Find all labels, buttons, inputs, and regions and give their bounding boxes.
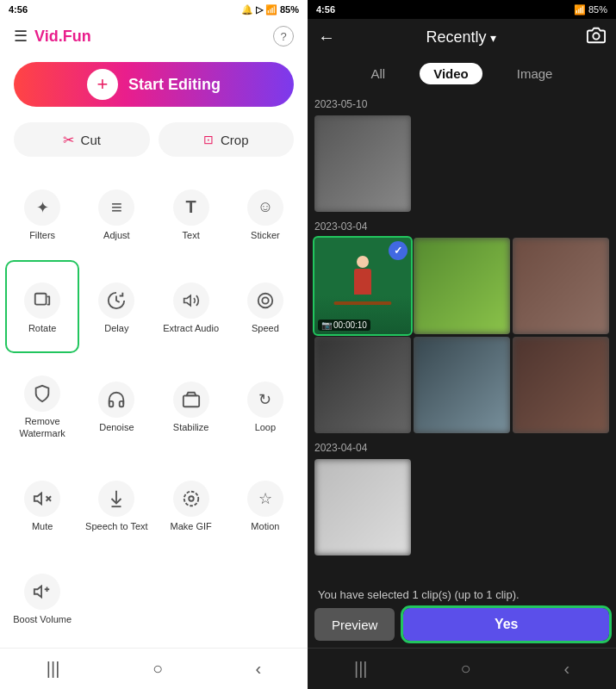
- filters-icon: ✦: [24, 189, 60, 226]
- yes-button[interactable]: Yes: [403, 608, 609, 641]
- app-logo: Vid.Fun: [34, 28, 91, 46]
- motion-icon: ☆: [247, 481, 283, 517]
- tools-grid: ✦ Filters ≡ Adjust T Text ☺ Sticker Rota…: [0, 164, 308, 648]
- stabilize-label: Stabilize: [173, 421, 209, 433]
- media-thumb-v8[interactable]: [314, 459, 411, 556]
- svg-marker-1: [184, 295, 190, 306]
- denoise-label: Denoise: [99, 421, 134, 433]
- speech-to-text-label: Speech to Text: [85, 520, 148, 532]
- media-row-1: [314, 115, 609, 212]
- left-nav-circle-icon[interactable]: ○: [152, 659, 163, 679]
- filter-tabs: All Video Image: [308, 56, 616, 91]
- tab-video[interactable]: Video: [420, 63, 482, 84]
- date-section-2023-03-04: 2023-03-04 ✓ 📷: [314, 220, 609, 433]
- left-time: 4:56: [9, 4, 28, 15]
- tab-image[interactable]: Image: [503, 63, 567, 84]
- right-nav-bar: ||| ○ ‹: [308, 648, 616, 689]
- text-tool[interactable]: T Text: [156, 169, 227, 258]
- video-cam-icon: 📷: [321, 320, 332, 330]
- left-nav-home-icon[interactable]: |||: [47, 659, 60, 679]
- delay-icon: [98, 282, 134, 319]
- loop-tool[interactable]: ↻ Loop: [230, 355, 301, 456]
- media-scroll: 2023-05-10 2023-03-04: [308, 91, 616, 581]
- extract-audio-tool[interactable]: Extract Audio: [156, 262, 227, 351]
- media-thumb-v5[interactable]: [314, 337, 411, 433]
- media-thumb-v7[interactable]: [513, 337, 609, 433]
- remove-watermark-label: Remove Watermark: [10, 415, 74, 440]
- start-editing-button[interactable]: + Start Editing: [14, 62, 294, 107]
- date-section-2023-04-04: 2023-04-04: [314, 442, 609, 556]
- media-thumb-v6[interactable]: [414, 337, 510, 433]
- svg-rect-0: [35, 294, 47, 305]
- sticker-label: Sticker: [251, 229, 280, 241]
- right-bottom: You have selected 1 clip(s) (up to 1 cli…: [308, 581, 616, 648]
- back-button[interactable]: ←: [318, 28, 335, 47]
- make-gif-tool[interactable]: Make GIF: [156, 460, 227, 549]
- left-status-icons: 🔔 ▷ 📶 85%: [241, 4, 299, 16]
- mute-tool[interactable]: Mute: [7, 460, 78, 549]
- left-nav-back-icon[interactable]: ‹: [256, 659, 262, 679]
- tab-all[interactable]: All: [358, 63, 400, 84]
- bottom-actions: Preview Yes: [314, 608, 609, 641]
- delay-tool[interactable]: Delay: [81, 262, 152, 351]
- svg-marker-12: [34, 586, 41, 597]
- extract-audio-label: Extract Audio: [163, 322, 219, 334]
- cut-button[interactable]: ✂ Cut: [14, 122, 150, 157]
- filters-label: Filters: [29, 229, 55, 241]
- speech-to-text-tool[interactable]: Speech to Text: [81, 460, 152, 549]
- denoise-icon: [98, 382, 134, 418]
- left-panel: 4:56 🔔 ▷ 📶 85% ☰ Vid.Fun ? + Start Editi…: [0, 0, 308, 689]
- right-signal-icon: 📶: [574, 4, 586, 16]
- rotate-icon: [24, 282, 60, 319]
- loop-icon: ↻: [247, 382, 283, 418]
- boost-volume-tool[interactable]: Boost Volume: [7, 553, 78, 642]
- right-nav-circle-icon[interactable]: ○: [460, 659, 470, 679]
- media-thumb-v1[interactable]: [314, 115, 411, 212]
- filters-tool[interactable]: ✦ Filters: [7, 169, 78, 258]
- adjust-icon: ≡: [98, 189, 134, 226]
- thumb-inner-v6: [414, 337, 510, 433]
- remove-watermark-icon: [24, 376, 60, 412]
- crop-label: Crop: [221, 133, 249, 147]
- motion-tool[interactable]: ☆ Motion: [230, 460, 301, 549]
- right-status-bar: 4:56 📶 85%: [308, 0, 616, 19]
- sticker-tool[interactable]: ☺ Sticker: [230, 169, 301, 258]
- boost-volume-icon: [24, 574, 60, 610]
- duration-text: 00:00:10: [333, 320, 367, 330]
- denoise-tool[interactable]: Denoise: [81, 355, 152, 456]
- camera-button[interactable]: [587, 26, 606, 49]
- speed-label: Speed: [252, 322, 279, 334]
- crop-button[interactable]: ⊡ Crop: [159, 122, 295, 157]
- hamburger-icon[interactable]: ☰: [14, 27, 28, 46]
- right-status-icons: 📶 85%: [574, 4, 607, 16]
- adjust-label: Adjust: [103, 229, 130, 241]
- media-thumb-v4[interactable]: [513, 238, 609, 334]
- svg-point-2: [258, 294, 273, 308]
- right-time: 4:56: [316, 4, 335, 15]
- start-editing-label: Start Editing: [128, 76, 221, 94]
- rotate-tool[interactable]: Rotate: [7, 262, 78, 351]
- adjust-tool[interactable]: ≡ Adjust: [81, 169, 152, 258]
- date-label-3: 2023-04-04: [314, 442, 609, 454]
- battery-icon: 85%: [280, 4, 299, 15]
- thumb-inner-v7: [513, 337, 609, 433]
- help-button[interactable]: ?: [273, 26, 294, 47]
- speech-to-text-icon: [98, 481, 134, 517]
- speed-tool[interactable]: Speed: [230, 262, 301, 351]
- svg-point-11: [189, 496, 194, 501]
- stabilize-tool[interactable]: Stabilize: [156, 355, 227, 456]
- rotate-label: Rotate: [28, 322, 56, 334]
- media-thumb-v2[interactable]: ✓ 📷 00:00:10: [314, 238, 411, 334]
- recently-dropdown[interactable]: Recently ▾: [426, 28, 495, 47]
- date-label-2: 2023-03-04: [314, 220, 609, 233]
- right-header: ← Recently ▾: [308, 19, 616, 56]
- quick-actions-row: ✂ Cut ⊡ Crop: [0, 115, 308, 164]
- sticker-icon: ☺: [247, 189, 283, 226]
- remove-watermark-tool[interactable]: Remove Watermark: [7, 355, 78, 456]
- preview-button[interactable]: Preview: [314, 608, 395, 641]
- thumb-inner-v5: [314, 337, 411, 433]
- svg-point-3: [262, 297, 268, 303]
- right-nav-home-icon[interactable]: |||: [354, 659, 368, 679]
- media-thumb-v3[interactable]: [414, 238, 510, 334]
- right-nav-back-icon[interactable]: ‹: [563, 659, 569, 679]
